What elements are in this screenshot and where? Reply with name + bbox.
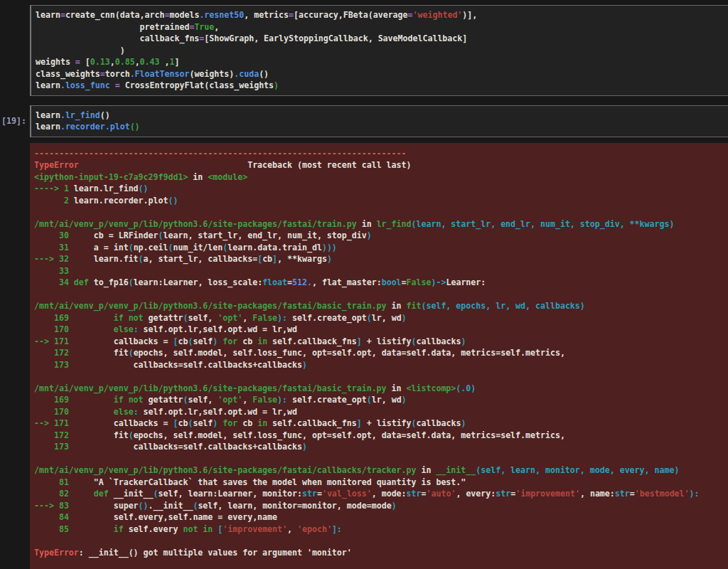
- code-cell-2-editor[interactable]: learn.lr_find()learn.recorder.plot(): [36, 110, 724, 133]
- notebook-page: [19]: learn=create_cnn(data,arch=models.…: [0, 5, 728, 569]
- code-cell-2[interactable]: learn.lr_find()learn.recorder.plot(): [30, 105, 728, 137]
- traceback-text: ----------------------------------------…: [34, 148, 724, 559]
- code-cell-1[interactable]: learn=create_cnn(data,arch=models.resnet…: [30, 5, 728, 96]
- code-cell-1-editor[interactable]: learn=create_cnn(data,arch=models.resnet…: [36, 9, 724, 92]
- execution-count-label: [19]:: [1, 116, 28, 126]
- error-output: ----------------------------------------…: [30, 143, 728, 569]
